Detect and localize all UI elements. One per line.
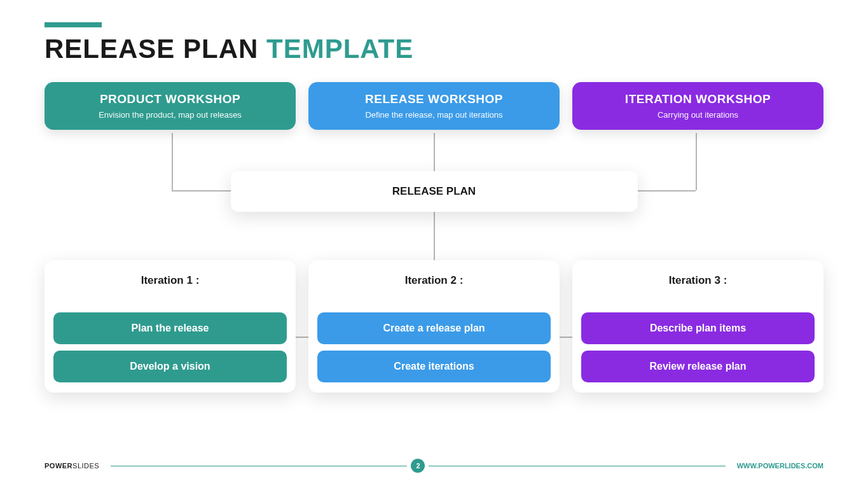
iteration-item: Create iterations [317, 351, 551, 382]
iteration-card-2: Iteration 2 : Create a release plan Crea… [308, 260, 560, 393]
workshops-row: PRODUCT WORKSHOP Envision the product, m… [45, 82, 823, 130]
slide: RELEASE PLAN TEMPLATE PRODUCT WORKSHOP E… [0, 0, 868, 488]
accent-bar [45, 22, 102, 27]
iteration-item: Create a release plan [317, 312, 551, 344]
iteration-title: Iteration 1 : [53, 274, 287, 287]
iterations-row: Iteration 1 : Plan the release Develop a… [45, 260, 823, 393]
title-part-1: RELEASE PLAN [45, 34, 266, 64]
brand-bold: POWER [45, 462, 72, 470]
brand-url: WWW.POWERLIDES.COM [737, 462, 823, 470]
workshop-title: PRODUCT WORKSHOP [52, 92, 288, 106]
workshop-subtitle: Define the release, map out iterations [316, 110, 552, 120]
iteration-item: Review release plan [581, 351, 815, 382]
workshop-title: ITERATION WORKSHOP [580, 92, 816, 106]
iteration-title: Iteration 3 : [581, 274, 815, 287]
page-number: 2 [411, 459, 425, 473]
iteration-card-1: Iteration 1 : Plan the release Develop a… [45, 260, 296, 393]
workshop-subtitle: Carrying out iterations [580, 110, 816, 120]
release-workshop-card: RELEASE WORKSHOP Define the release, map… [308, 82, 560, 130]
footer-line [429, 466, 725, 466]
iteration-item: Plan the release [53, 312, 287, 344]
brand-left: POWERSLIDES [45, 462, 99, 470]
iteration-card-3: Iteration 3 : Describe plan items Review… [572, 260, 823, 393]
product-workshop-card: PRODUCT WORKSHOP Envision the product, m… [45, 82, 296, 130]
release-plan-box: RELEASE PLAN [231, 171, 638, 212]
connector [172, 133, 173, 190]
workshop-title: RELEASE WORKSHOP [316, 92, 552, 106]
title-part-2: TEMPLATE [266, 34, 413, 64]
brand-light: SLIDES [72, 462, 99, 470]
diagram: PRODUCT WORKSHOP Envision the product, m… [45, 82, 823, 438]
footer-line [111, 466, 407, 466]
iteration-workshop-card: ITERATION WORKSHOP Carrying out iteratio… [572, 82, 823, 130]
footer: POWERSLIDES 2 WWW.POWERLIDES.COM [45, 459, 823, 473]
release-plan-label: RELEASE PLAN [392, 185, 476, 197]
iteration-item: Develop a vision [53, 351, 287, 382]
connector [696, 133, 697, 190]
slide-title: RELEASE PLAN TEMPLATE [45, 34, 823, 64]
connector [434, 133, 435, 171]
iteration-title: Iteration 2 : [317, 274, 551, 287]
workshop-subtitle: Envision the product, map out releases [52, 110, 288, 120]
iteration-item: Describe plan items [581, 312, 815, 344]
